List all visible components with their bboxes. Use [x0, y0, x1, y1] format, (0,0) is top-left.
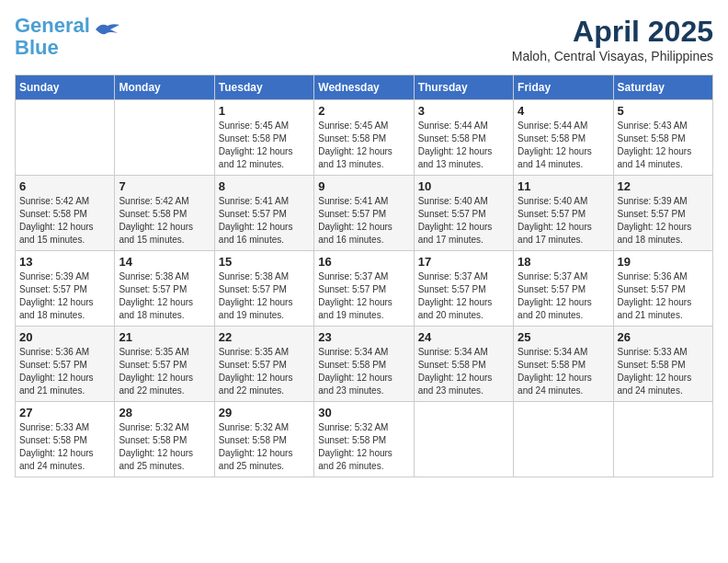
- day-number: 24: [418, 330, 509, 344]
- calendar-cell: [613, 402, 712, 477]
- weekday-header: Thursday: [414, 75, 513, 100]
- day-info: Sunrise: 5:33 AM Sunset: 5:58 PM Dayligh…: [19, 421, 110, 473]
- day-number: 7: [119, 179, 210, 193]
- day-info: Sunrise: 5:34 AM Sunset: 5:58 PM Dayligh…: [518, 346, 609, 397]
- calendar-table: SundayMondayTuesdayWednesdayThursdayFrid…: [15, 75, 713, 477]
- calendar-cell: 10Sunrise: 5:40 AM Sunset: 5:57 PM Dayli…: [414, 176, 513, 251]
- calendar-cell: 9Sunrise: 5:41 AM Sunset: 5:57 PM Daylig…: [314, 176, 414, 251]
- day-info: Sunrise: 5:45 AM Sunset: 5:58 PM Dayligh…: [219, 120, 310, 171]
- calendar-cell: 4Sunrise: 5:44 AM Sunset: 5:58 PM Daylig…: [514, 100, 613, 176]
- day-info: Sunrise: 5:40 AM Sunset: 5:57 PM Dayligh…: [518, 195, 609, 247]
- day-info: Sunrise: 5:35 AM Sunset: 5:57 PM Dayligh…: [119, 346, 210, 397]
- day-info: Sunrise: 5:43 AM Sunset: 5:58 PM Dayligh…: [618, 120, 709, 171]
- calendar-cell: 29Sunrise: 5:32 AM Sunset: 5:58 PM Dayli…: [214, 402, 313, 477]
- calendar-week-row: 27Sunrise: 5:33 AM Sunset: 5:58 PM Dayli…: [16, 402, 713, 477]
- logo-text: General Blue: [15, 15, 90, 59]
- day-number: 10: [418, 179, 509, 193]
- day-info: Sunrise: 5:41 AM Sunset: 5:57 PM Dayligh…: [219, 195, 310, 247]
- calendar-cell: 14Sunrise: 5:38 AM Sunset: 5:57 PM Dayli…: [115, 251, 214, 327]
- calendar-cell: [414, 402, 513, 477]
- calendar-cell: 2Sunrise: 5:45 AM Sunset: 5:58 PM Daylig…: [314, 100, 414, 176]
- day-number: 9: [318, 179, 409, 193]
- calendar-cell: 8Sunrise: 5:41 AM Sunset: 5:57 PM Daylig…: [214, 176, 313, 251]
- calendar-cell: 18Sunrise: 5:37 AM Sunset: 5:57 PM Dayli…: [514, 251, 613, 327]
- calendar-cell: [514, 402, 613, 477]
- day-number: 13: [19, 255, 110, 269]
- calendar-cell: 1Sunrise: 5:45 AM Sunset: 5:58 PM Daylig…: [214, 100, 313, 176]
- calendar-cell: 25Sunrise: 5:34 AM Sunset: 5:58 PM Dayli…: [514, 327, 613, 402]
- day-number: 15: [219, 255, 310, 269]
- day-number: 17: [418, 255, 509, 269]
- day-info: Sunrise: 5:45 AM Sunset: 5:58 PM Dayligh…: [318, 120, 409, 171]
- day-info: Sunrise: 5:38 AM Sunset: 5:57 PM Dayligh…: [219, 270, 310, 322]
- calendar-week-row: 6Sunrise: 5:42 AM Sunset: 5:58 PM Daylig…: [16, 176, 713, 251]
- calendar-week-row: 13Sunrise: 5:39 AM Sunset: 5:57 PM Dayli…: [16, 251, 713, 327]
- calendar-cell: 12Sunrise: 5:39 AM Sunset: 5:57 PM Dayli…: [613, 176, 712, 251]
- day-info: Sunrise: 5:32 AM Sunset: 5:58 PM Dayligh…: [318, 421, 409, 473]
- day-info: Sunrise: 5:40 AM Sunset: 5:57 PM Dayligh…: [418, 195, 509, 247]
- day-info: Sunrise: 5:39 AM Sunset: 5:57 PM Dayligh…: [618, 195, 709, 247]
- weekday-header: Tuesday: [214, 75, 313, 100]
- calendar-cell: 15Sunrise: 5:38 AM Sunset: 5:57 PM Dayli…: [214, 251, 313, 327]
- weekday-header: Monday: [115, 75, 214, 100]
- day-number: 3: [418, 104, 509, 118]
- calendar-cell: 26Sunrise: 5:33 AM Sunset: 5:58 PM Dayli…: [613, 327, 712, 402]
- day-info: Sunrise: 5:39 AM Sunset: 5:57 PM Dayligh…: [19, 270, 110, 322]
- calendar-cell: 21Sunrise: 5:35 AM Sunset: 5:57 PM Dayli…: [115, 327, 214, 402]
- calendar-cell: 30Sunrise: 5:32 AM Sunset: 5:58 PM Dayli…: [314, 402, 414, 477]
- day-number: 19: [618, 255, 709, 269]
- calendar-cell: 6Sunrise: 5:42 AM Sunset: 5:58 PM Daylig…: [16, 176, 115, 251]
- day-number: 25: [518, 330, 609, 344]
- day-number: 4: [518, 104, 609, 118]
- calendar-cell: 17Sunrise: 5:37 AM Sunset: 5:57 PM Dayli…: [414, 251, 513, 327]
- day-number: 26: [618, 330, 709, 344]
- month-title: April 2025: [512, 15, 713, 49]
- day-number: 21: [119, 330, 210, 344]
- page-header: General Blue April 2025 Maloh, Central V…: [15, 15, 713, 63]
- day-info: Sunrise: 5:37 AM Sunset: 5:57 PM Dayligh…: [518, 270, 609, 322]
- day-number: 6: [19, 179, 110, 193]
- day-info: Sunrise: 5:37 AM Sunset: 5:57 PM Dayligh…: [418, 270, 509, 322]
- day-number: 18: [518, 255, 609, 269]
- day-info: Sunrise: 5:38 AM Sunset: 5:57 PM Dayligh…: [119, 270, 210, 322]
- day-info: Sunrise: 5:36 AM Sunset: 5:57 PM Dayligh…: [618, 270, 709, 322]
- calendar-cell: 23Sunrise: 5:34 AM Sunset: 5:58 PM Dayli…: [314, 327, 414, 402]
- day-number: 16: [318, 255, 409, 269]
- day-info: Sunrise: 5:37 AM Sunset: 5:57 PM Dayligh…: [318, 270, 409, 322]
- day-number: 29: [219, 406, 310, 419]
- logo-general: General: [15, 14, 90, 37]
- day-number: 8: [219, 179, 310, 193]
- calendar-cell: 20Sunrise: 5:36 AM Sunset: 5:57 PM Dayli…: [16, 327, 115, 402]
- day-number: 5: [618, 104, 709, 118]
- day-info: Sunrise: 5:42 AM Sunset: 5:58 PM Dayligh…: [119, 195, 210, 247]
- day-info: Sunrise: 5:44 AM Sunset: 5:58 PM Dayligh…: [518, 120, 609, 171]
- day-info: Sunrise: 5:34 AM Sunset: 5:58 PM Dayligh…: [318, 346, 409, 397]
- day-info: Sunrise: 5:35 AM Sunset: 5:57 PM Dayligh…: [219, 346, 310, 397]
- calendar-cell: 16Sunrise: 5:37 AM Sunset: 5:57 PM Dayli…: [314, 251, 414, 327]
- calendar-cell: 22Sunrise: 5:35 AM Sunset: 5:57 PM Dayli…: [214, 327, 313, 402]
- calendar-header-row: SundayMondayTuesdayWednesdayThursdayFrid…: [16, 75, 713, 100]
- calendar-cell: 28Sunrise: 5:32 AM Sunset: 5:58 PM Dayli…: [115, 402, 214, 477]
- day-number: 20: [19, 330, 110, 344]
- day-info: Sunrise: 5:36 AM Sunset: 5:57 PM Dayligh…: [19, 346, 110, 397]
- calendar-cell: 7Sunrise: 5:42 AM Sunset: 5:58 PM Daylig…: [115, 176, 214, 251]
- weekday-header: Saturday: [613, 75, 712, 100]
- day-number: 28: [119, 406, 210, 419]
- logo-blue: Blue: [15, 36, 59, 59]
- weekday-header: Friday: [514, 75, 613, 100]
- calendar-cell: [115, 100, 214, 176]
- location-text: Maloh, Central Visayas, Philippines: [512, 49, 713, 63]
- weekday-header: Wednesday: [314, 75, 414, 100]
- calendar-week-row: 1Sunrise: 5:45 AM Sunset: 5:58 PM Daylig…: [16, 100, 713, 176]
- day-info: Sunrise: 5:32 AM Sunset: 5:58 PM Dayligh…: [219, 421, 310, 473]
- calendar-cell: 27Sunrise: 5:33 AM Sunset: 5:58 PM Dayli…: [16, 402, 115, 477]
- day-number: 22: [219, 330, 310, 344]
- calendar-week-row: 20Sunrise: 5:36 AM Sunset: 5:57 PM Dayli…: [16, 327, 713, 402]
- calendar-cell: 11Sunrise: 5:40 AM Sunset: 5:57 PM Dayli…: [514, 176, 613, 251]
- logo: General Blue: [15, 15, 121, 59]
- day-info: Sunrise: 5:41 AM Sunset: 5:57 PM Dayligh…: [318, 195, 409, 247]
- calendar-cell: 5Sunrise: 5:43 AM Sunset: 5:58 PM Daylig…: [613, 100, 712, 176]
- day-number: 14: [119, 255, 210, 269]
- day-number: 30: [318, 406, 409, 419]
- day-info: Sunrise: 5:34 AM Sunset: 5:58 PM Dayligh…: [418, 346, 509, 397]
